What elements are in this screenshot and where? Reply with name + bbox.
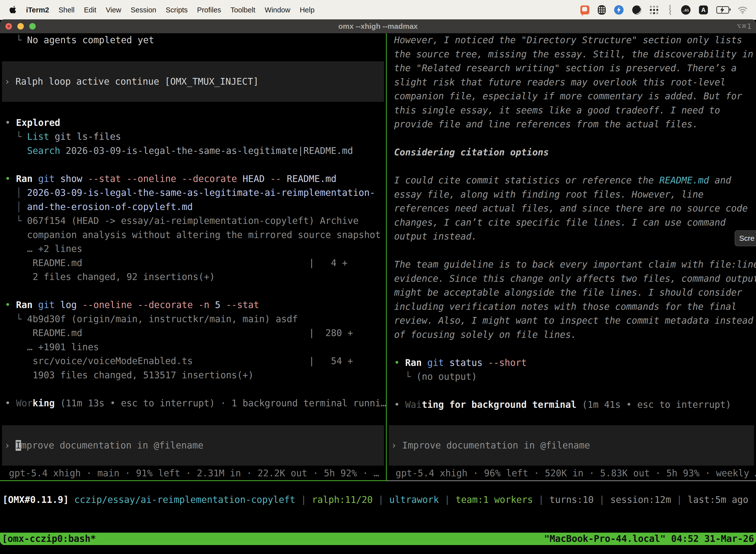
- terminal-line: │ 2026-03-09-is-legal-the-same-as-legiti…: [0, 186, 386, 200]
- terminal-line: companion analysis without altering the …: [0, 228, 386, 242]
- squiggle-icon[interactable]: [667, 5, 673, 15]
- iterm-window: omx --xhigh --madmax ⌥⌘1 └ No agents com…: [0, 19, 756, 545]
- terminal-line: The team guideline is to back every impo…: [387, 258, 756, 272]
- menu-items: iTerm2ShellEditViewSessionScriptsProfile…: [0, 5, 319, 15]
- terminal-line: references need actual files, and since …: [387, 202, 756, 216]
- blank-line: [0, 284, 386, 298]
- terminal-line: Considering citation options: [387, 146, 756, 160]
- menu-item-session[interactable]: Session: [126, 6, 161, 14]
- right-input-line: › Improve documentation in @filename: [389, 440, 590, 451]
- tmux-panes: └ No agents completed yet› Ralph loop ac…: [0, 33, 756, 481]
- menu-item-shell[interactable]: Shell: [54, 6, 79, 14]
- moon-circle-icon[interactable]: [632, 5, 641, 15]
- right-prompt-input[interactable]: › Improve documentation in @filename: [389, 425, 754, 466]
- left-pane-scrollback: └ No agents completed yet› Ralph loop ac…: [0, 33, 386, 410]
- terminal-line: • Ran git status --short: [387, 356, 756, 370]
- terminal-line: └ 4b9d30f (origin/main, instructkr/main,…: [0, 312, 386, 326]
- menu-bar-status-icons: ..61 A: [580, 5, 756, 15]
- terminal-line: └ 067f154 (HEAD -> essay/ai-reimplementa…: [0, 214, 386, 228]
- terminal-line: └ No agents completed yet: [0, 33, 386, 47]
- left-terminal-pane[interactable]: └ No agents completed yet› Ralph loop ac…: [0, 33, 386, 481]
- terminal-line: output instead.: [387, 230, 756, 244]
- left-input-line: › Improve documentation in @filename: [2, 440, 203, 451]
- menu-bar: iTerm2ShellEditViewSessionScriptsProfile…: [0, 0, 756, 20]
- grid-dots-icon[interactable]: [650, 5, 658, 15]
- wifi-icon[interactable]: [738, 5, 748, 15]
- terminal-line: … +2 lines: [0, 242, 386, 256]
- bolt-circle-icon[interactable]: [614, 5, 624, 15]
- terminal-line: • Waiting for background terminal (1m 41…: [387, 398, 756, 412]
- terminal-line: └ List git ls-files: [0, 130, 386, 144]
- terminal-line: However, I noticed the "Directory Struct…: [387, 33, 756, 47]
- terminal-line: README.md | 4 +: [0, 256, 386, 270]
- menu-item-window[interactable]: Window: [260, 6, 295, 14]
- battery-icon[interactable]: [716, 5, 729, 15]
- right-model-status: gpt-5.4 xhigh · 96% left · 520K in · 5.8…: [387, 466, 756, 480]
- blank-line: [0, 47, 386, 62]
- terminal-line: companion file, especially if more comme…: [387, 89, 756, 104]
- window-title: omx --xhigh --madmax: [0, 19, 756, 33]
- menu-item-edit[interactable]: Edit: [79, 6, 101, 14]
- a-square-icon[interactable]: A: [699, 5, 708, 14]
- shield-grid-icon[interactable]: [598, 5, 606, 15]
- terminal-line: • Ran git log --oneline --decorate -n 5 …: [0, 298, 386, 312]
- window-shortcut-badge: ⌥⌘1: [737, 19, 752, 33]
- blank-line: [0, 158, 386, 172]
- left-prompt-input[interactable]: › Improve documentation in @filename: [2, 425, 384, 466]
- inline-input-box: › Ralph loop active continue [OMX_TMUX_I…: [2, 61, 384, 102]
- tmux-status-bar: [omx-cczip0:bash* "MacBook-Pro-44.local"…: [0, 533, 756, 545]
- blank-line: [0, 382, 386, 396]
- terminal-line: provide file and line references from th…: [387, 117, 756, 131]
- menu-item-toolbelt[interactable]: Toolbelt: [226, 6, 260, 14]
- terminal-line: the source tree, missing the essay. Stil…: [387, 47, 756, 62]
- screen-share-tooltip[interactable]: Scre: [735, 230, 756, 246]
- terminal-line: essay file, along with finding root file…: [387, 188, 756, 202]
- terminal-line: └ (no output): [387, 370, 756, 384]
- menu-item-view[interactable]: View: [101, 6, 126, 14]
- apple-icon[interactable]: [9, 5, 17, 14]
- tmux-session-label: [omx-cczip0:bash*: [2, 533, 96, 545]
- terminal-line: │ and-the-erosion-of-copyleft.md: [0, 200, 386, 214]
- blank-line: [387, 160, 756, 174]
- menu-item-profiles[interactable]: Profiles: [192, 6, 226, 14]
- terminal-line: the "Related research writing" section i…: [387, 61, 756, 75]
- terminal-line: this single essay, it seems like a good …: [387, 104, 756, 118]
- blank-line: [387, 131, 756, 146]
- blank-line: [387, 244, 756, 258]
- right-pane-scrollback: However, I noticed the "Directory Struct…: [387, 33, 756, 412]
- terminal-line: including verification notes with those …: [387, 300, 756, 314]
- inline-input-line: › Ralph loop active continue [OMX_TMUX_I…: [2, 76, 259, 87]
- terminal-line: src/voice/voiceModeEnabled.ts | 54 +: [0, 354, 386, 368]
- terminal-line: … +1901 lines: [0, 340, 386, 354]
- terminal-line: changes, I can’t cite specific file line…: [387, 216, 756, 230]
- terminal-line: • Explored: [0, 116, 386, 130]
- terminal-line: 2 files changed, 92 insertions(+): [0, 270, 386, 284]
- blank-line: [387, 342, 756, 356]
- terminal-line: README.md | 280 +: [0, 326, 386, 340]
- terminal-line: slight risk that future readers may over…: [387, 75, 756, 90]
- terminal-line: review. Also, I might want to inspect th…: [387, 314, 756, 328]
- chat-icon[interactable]: [580, 5, 589, 15]
- terminal-line: Search 2026-03-09-is-legal-the-same-as-l…: [0, 144, 386, 158]
- terminal-line: of focusing solely on file lines.: [387, 328, 756, 342]
- terminal-line: I could cite commit statistics or refere…: [387, 173, 756, 188]
- terminal-line: might be acceptable alongside the file l…: [387, 286, 756, 300]
- menu-item-iterm2[interactable]: iTerm2: [21, 6, 54, 14]
- blank-line: [0, 102, 386, 116]
- terminal-line: 1903 files changed, 513517 insertions(+): [0, 368, 386, 383]
- battery-percent-icon[interactable]: ..61: [681, 5, 691, 15]
- left-model-status: gpt-5.4 xhigh · main · 91% left · 2.31M …: [0, 466, 386, 480]
- right-terminal-pane[interactable]: However, I noticed the "Directory Struct…: [387, 33, 756, 481]
- blank-line: [387, 384, 756, 398]
- menu-item-scripts[interactable]: Scripts: [161, 6, 192, 14]
- terminal-line: • Working (11m 13s • esc to interrupt) ·…: [0, 396, 386, 410]
- title-bar[interactable]: omx --xhigh --madmax ⌥⌘1: [0, 19, 756, 33]
- terminal-line: • Ran git show --stat --oneline --decora…: [0, 172, 386, 186]
- menu-item-help[interactable]: Help: [295, 6, 319, 14]
- omx-status-line: [OMX#0.11.9] cczip/essay/ai-reimplementa…: [0, 493, 756, 507]
- terminal-line: evidence. Since this change only affects…: [387, 272, 756, 286]
- tmux-host-clock: "MacBook-Pro-44.local" 04:52 31-Mar-26: [544, 533, 754, 545]
